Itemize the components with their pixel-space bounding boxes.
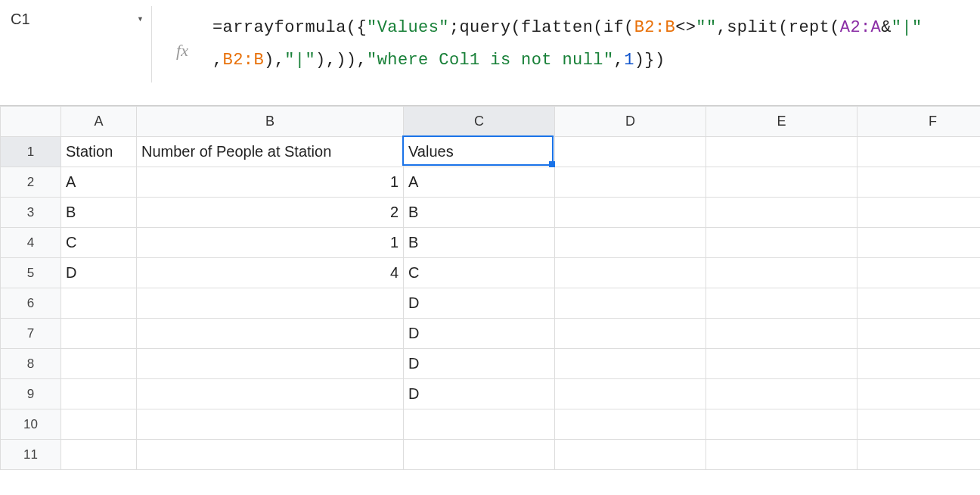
cell[interactable] — [404, 409, 555, 440]
row-header[interactable]: 11 — [1, 440, 61, 470]
cell[interactable] — [555, 440, 706, 470]
cell[interactable] — [858, 440, 981, 470]
cell[interactable] — [706, 409, 858, 440]
cell-value — [555, 167, 706, 197]
cell[interactable]: D — [404, 379, 555, 409]
cell[interactable]: A — [61, 167, 137, 198]
cell[interactable] — [858, 349, 981, 379]
cell[interactable] — [137, 319, 404, 349]
cell[interactable]: B — [404, 198, 555, 228]
cell[interactable] — [706, 288, 858, 319]
cell[interactable]: 1 — [137, 167, 404, 198]
formula-input[interactable]: =arrayformula({"Values";query(flatten(if… — [212, 12, 980, 77]
cell[interactable] — [137, 288, 404, 319]
cell[interactable] — [137, 409, 404, 440]
name-box-dropdown-icon[interactable]: ▼ — [137, 15, 144, 23]
cell[interactable] — [706, 167, 858, 198]
cell[interactable] — [555, 379, 706, 409]
cell[interactable] — [706, 258, 858, 288]
cell[interactable] — [858, 198, 981, 228]
cell[interactable] — [706, 349, 858, 379]
cell-value — [858, 288, 980, 318]
column-header[interactable]: A — [61, 107, 137, 137]
cell[interactable] — [61, 379, 137, 409]
cell[interactable] — [555, 319, 706, 349]
row-header[interactable]: 2 — [1, 167, 61, 198]
cell[interactable] — [858, 288, 981, 319]
cell[interactable] — [858, 228, 981, 258]
cell[interactable] — [555, 288, 706, 319]
cell[interactable] — [555, 409, 706, 440]
cell[interactable]: B — [404, 228, 555, 258]
cell[interactable] — [61, 288, 137, 319]
cell[interactable] — [858, 137, 981, 167]
row-header[interactable]: 8 — [1, 349, 61, 379]
cell[interactable]: A — [404, 167, 555, 198]
cell[interactable] — [555, 167, 706, 198]
cell[interactable] — [404, 440, 555, 470]
cell-value — [61, 409, 136, 439]
cell[interactable]: 2 — [137, 198, 404, 228]
cell[interactable] — [555, 349, 706, 379]
cell[interactable]: Values — [404, 137, 555, 167]
column-header[interactable]: C — [404, 107, 555, 137]
cell[interactable] — [706, 198, 858, 228]
cell[interactable]: Number of People at Station — [137, 137, 404, 167]
cell[interactable]: 4 — [137, 258, 404, 288]
cell[interactable] — [858, 258, 981, 288]
column-header[interactable]: E — [706, 107, 858, 137]
cell[interactable]: D — [61, 258, 137, 288]
cell[interactable] — [61, 409, 137, 440]
spreadsheet-grid[interactable]: ABCDEF 1StationNumber of People at Stati… — [0, 106, 980, 470]
cell[interactable]: D — [404, 319, 555, 349]
cell-value — [858, 167, 980, 197]
cell[interactable]: D — [404, 288, 555, 319]
row-header[interactable]: 5 — [1, 258, 61, 288]
cell[interactable] — [137, 349, 404, 379]
cell[interactable] — [858, 379, 981, 409]
cell-value — [555, 198, 706, 227]
cell[interactable]: 1 — [137, 228, 404, 258]
row-header[interactable]: 6 — [1, 288, 61, 319]
cell[interactable]: C — [404, 258, 555, 288]
cell[interactable] — [555, 258, 706, 288]
cell[interactable]: B — [61, 198, 137, 228]
cell[interactable] — [555, 198, 706, 228]
select-all-corner[interactable] — [1, 107, 61, 137]
row-header[interactable]: 4 — [1, 228, 61, 258]
formula-token: "where Col1 is not null" — [367, 51, 613, 70]
column-header[interactable]: F — [858, 107, 981, 137]
cell[interactable] — [61, 440, 137, 470]
name-box[interactable]: C1 ▼ — [0, 8, 151, 30]
cell[interactable] — [61, 319, 137, 349]
cell-value: 2 — [137, 198, 403, 227]
cell[interactable] — [858, 167, 981, 198]
formula-bar[interactable]: fx =arrayformula({"Values";query(flatten… — [152, 0, 980, 105]
cell[interactable] — [706, 319, 858, 349]
cell[interactable] — [858, 409, 981, 440]
cell[interactable] — [61, 349, 137, 379]
row-header[interactable]: 3 — [1, 198, 61, 228]
cell[interactable]: Station — [61, 137, 137, 167]
row-header[interactable]: 7 — [1, 319, 61, 349]
cell[interactable] — [858, 319, 981, 349]
column-header[interactable]: D — [555, 107, 706, 137]
formula-token: ,split(rept( — [717, 18, 840, 37]
cell-value: Number of People at Station — [137, 137, 403, 167]
cell[interactable] — [137, 440, 404, 470]
cell[interactable] — [706, 228, 858, 258]
cell[interactable]: D — [404, 349, 555, 379]
cell[interactable]: C — [61, 228, 137, 258]
cell[interactable] — [706, 440, 858, 470]
cell[interactable] — [706, 137, 858, 167]
cell[interactable] — [706, 379, 858, 409]
cell[interactable] — [555, 137, 706, 167]
column-header-row: ABCDEF — [1, 107, 981, 137]
cell[interactable] — [137, 379, 404, 409]
column-header[interactable]: B — [137, 107, 404, 137]
row-header[interactable]: 1 — [1, 137, 61, 167]
cell-value — [706, 198, 857, 227]
row-header[interactable]: 9 — [1, 379, 61, 409]
cell[interactable] — [555, 228, 706, 258]
row-header[interactable]: 10 — [1, 409, 61, 440]
